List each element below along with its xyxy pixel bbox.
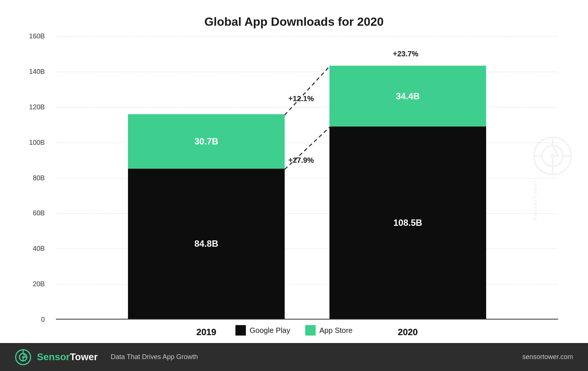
growth-label-google-play: +27.9%	[288, 156, 314, 165]
bar-app-store-label-2019: 30.7B	[194, 136, 218, 147]
legend: Google Play App Store	[0, 319, 588, 343]
bar-group-2019: 30.7B84.8B	[128, 114, 285, 319]
chart-title: Global App Downloads for 2020	[0, 0, 588, 36]
bar-google-play-2020: 108.5B	[329, 127, 486, 319]
footer: SensorTower Data That Drives App Growth …	[0, 343, 588, 371]
y-label-160: 160B	[29, 32, 45, 40]
y-label-0: 0	[41, 316, 45, 324]
growth-label-app-store: +12.1%	[288, 94, 314, 103]
y-label-140: 140B	[29, 68, 45, 75]
footer-brand-sensor: Sensor	[37, 351, 70, 362]
y-label-60: 60B	[33, 209, 45, 217]
x-label-2020: 2020	[329, 327, 486, 337]
footer-brand-tower: Tower	[70, 351, 98, 362]
grid-line-0	[56, 319, 558, 320]
bar-app-store-2019: 30.7B	[128, 114, 285, 169]
chart-container: Global App Downloads for 2020 020B40B60B…	[0, 0, 588, 371]
y-axis-labels: 020B40B60B80B100B120B140B160B020B40B60B8…	[24, 36, 50, 319]
app-store-color-swatch	[305, 325, 316, 336]
y-axis: 020B40B60B80B100B120B140B160B020B40B60B8…	[30, 36, 56, 319]
y-label-120: 120B	[29, 103, 45, 111]
bar-google-play-2019: 84.8B	[128, 169, 285, 319]
growth-label-total: +23.7%	[393, 50, 418, 58]
y-label-80: 80B	[33, 174, 45, 182]
footer-brand: SensorTower	[37, 351, 98, 363]
y-label-20: 20B	[33, 280, 45, 288]
footer-left: SensorTower Data That Drives App Growth	[15, 349, 198, 365]
y-label-100: 100B	[29, 138, 45, 146]
bar-app-store-label-2020: 34.4B	[396, 91, 420, 102]
y-label-40: 40B	[33, 245, 45, 253]
plot-area: 30.7B84.8B201934.4B108.5B2020+27.9%+12.1…	[56, 36, 558, 319]
bar-google-play-label-2020: 108.5B	[393, 218, 422, 228]
x-label-2019: 2019	[128, 327, 285, 337]
chart-area: 020B40B60B80B100B120B140B160B020B40B60B8…	[0, 36, 588, 319]
bar-app-store-2020: 34.4B	[329, 66, 486, 127]
footer-tagline: Data That Drives App Growth	[111, 353, 198, 361]
footer-url: sensortower.com	[522, 353, 573, 361]
bar-google-play-label-2019: 84.8B	[194, 238, 218, 249]
bar-group-2020: 34.4B108.5B	[329, 66, 486, 319]
sensortower-logo-icon	[15, 349, 31, 365]
